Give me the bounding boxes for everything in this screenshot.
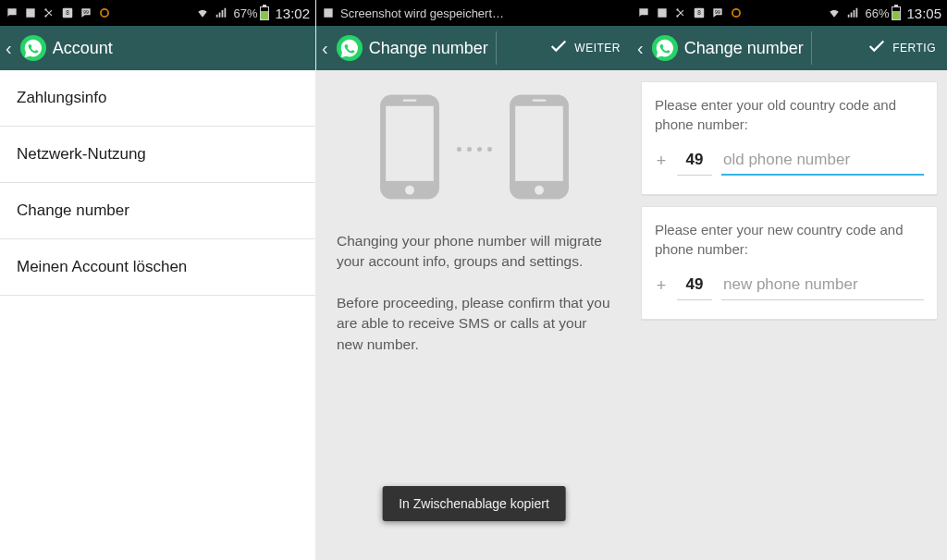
plus-sign: + [655, 276, 668, 296]
svg-text:99: 99 [83, 9, 89, 15]
svg-point-1 [44, 15, 46, 17]
new-phone-input[interactable] [721, 272, 924, 300]
battery-percent: 66% [865, 6, 889, 20]
chevron-left-icon: ‹ [635, 38, 646, 59]
action-bar: ‹ Change number FERTIG [632, 26, 947, 70]
svg-text:8: 8 [697, 9, 701, 16]
clock: 13:02 [275, 6, 310, 21]
chat-icon [6, 6, 18, 19]
hangouts-icon: 99 [80, 6, 92, 19]
divider [811, 31, 812, 65]
done-button[interactable]: FERTIG [867, 36, 941, 60]
svg-rect-9 [386, 106, 434, 181]
done-label: FERTIG [892, 42, 936, 55]
back-button[interactable]: ‹ Change number [320, 34, 488, 62]
svg-point-10 [405, 186, 414, 195]
svg-text:8: 8 [66, 9, 69, 16]
pane-change-number-intro: Screenshot wird gespeichert… ‹ Change nu… [315, 0, 632, 560]
old-phone-input[interactable] [721, 147, 924, 176]
battery-indicator: 67% [233, 6, 269, 20]
signal-icon [215, 6, 228, 19]
gplus-icon: 8 [693, 6, 706, 19]
image-icon [322, 6, 335, 19]
signal-icon [846, 6, 859, 19]
new-number-row: + [655, 272, 924, 300]
svg-rect-15 [532, 99, 546, 101]
svg-rect-13 [515, 106, 563, 181]
svg-text:99: 99 [715, 9, 720, 15]
battery-icon [892, 6, 901, 20]
action-bar: ‹ Account [0, 26, 315, 70]
image-icon [24, 6, 37, 19]
pane-change-number-form: 8 99 66% 13:05 ‹ Change number [632, 0, 947, 560]
new-country-code-input[interactable] [677, 272, 712, 300]
screen-title: Account [53, 39, 113, 58]
menu-item-delete-account[interactable]: Meinen Account löschen [0, 239, 315, 296]
check-icon [867, 36, 887, 60]
dots-icon [457, 147, 492, 152]
back-button[interactable]: ‹ Change number [635, 34, 804, 62]
status-bar: 8 99 66% 13:05 [632, 0, 947, 26]
svg-point-0 [44, 8, 46, 10]
svg-point-17 [676, 15, 678, 17]
wifi-icon [828, 6, 841, 19]
old-number-row: + [655, 147, 924, 176]
svg-point-16 [676, 8, 678, 10]
next-button[interactable]: WEITER [548, 36, 626, 60]
chevron-left-icon: ‹ [320, 38, 330, 59]
phone-old-icon [375, 92, 444, 205]
svg-point-5 [101, 9, 108, 17]
phone-new-icon [505, 92, 573, 205]
screen-title: Change number [369, 39, 488, 58]
circle-icon [98, 6, 111, 19]
intro-paragraph-2: Before proceeding, please confirm that y… [337, 293, 611, 355]
pane-account: 8 99 67% 13:02 ‹ Account [0, 0, 315, 560]
old-number-card: Please enter your old country code and p… [641, 81, 938, 195]
circle-icon [730, 6, 743, 19]
chevron-left-icon: ‹ [4, 38, 14, 59]
whatsapp-icon [651, 34, 679, 62]
screen-title: Change number [684, 39, 804, 58]
hangouts-icon: 99 [711, 6, 724, 19]
clock: 13:05 [906, 6, 941, 21]
divider [496, 31, 497, 65]
check-icon [548, 36, 569, 60]
account-menu: Zahlungsinfo Netzwerk-Nutzung Change num… [0, 70, 315, 296]
scissors-icon [43, 6, 55, 19]
svg-point-14 [535, 186, 544, 195]
action-bar: ‹ Change number WEITER [316, 26, 632, 70]
battery-percent: 67% [233, 6, 257, 20]
svg-rect-11 [402, 99, 416, 101]
new-number-prompt: Please enter your new country code and p… [655, 220, 924, 259]
whatsapp-icon [336, 34, 363, 62]
old-country-code-input[interactable] [677, 147, 712, 176]
svg-point-21 [732, 9, 740, 17]
plus-sign: + [655, 152, 668, 171]
scissors-icon [674, 6, 687, 19]
toast: In Zwischenablage kopiert [382, 486, 566, 521]
new-number-card: Please enter your new country code and p… [641, 206, 938, 320]
gplus-icon: 8 [61, 6, 74, 19]
status-bar: Screenshot wird gespeichert… [316, 0, 632, 26]
battery-icon [260, 6, 269, 20]
intro-content: Changing your phone number will migrate … [316, 70, 632, 355]
menu-item-network-usage[interactable]: Netzwerk-Nutzung [0, 127, 315, 183]
status-bar: 8 99 67% 13:02 [0, 0, 315, 26]
menu-item-change-number[interactable]: Change number [0, 183, 315, 239]
next-label: WEITER [574, 42, 621, 55]
menu-item-payment-info[interactable]: Zahlungsinfo [0, 70, 315, 127]
old-number-prompt: Please enter your old country code and p… [655, 95, 924, 134]
phones-illustration [337, 92, 611, 205]
battery-indicator: 66% [865, 6, 901, 20]
intro-paragraph-1: Changing your phone number will migrate … [337, 231, 611, 273]
chat-icon [637, 6, 650, 19]
back-button[interactable]: ‹ Account [4, 34, 113, 62]
whatsapp-icon [19, 34, 47, 62]
image-icon [656, 6, 669, 19]
status-text: Screenshot wird gespeichert… [340, 6, 504, 20]
wifi-icon [196, 6, 209, 19]
